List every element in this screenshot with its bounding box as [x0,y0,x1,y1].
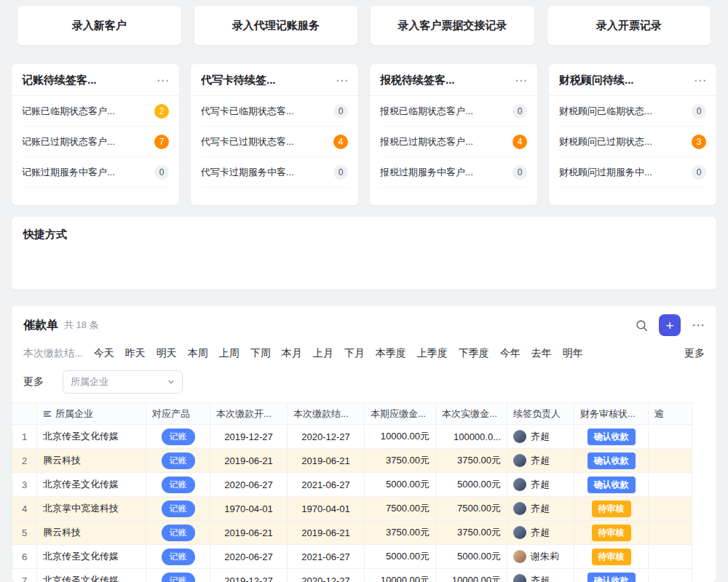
company-cell[interactable]: 北京传圣文化传媒 [37,569,146,582]
stat-item[interactable]: 代写卡过期服务中客... 0 [201,157,348,188]
invoice-handover-button[interactable]: 录入客户票据交接记录 [371,6,534,45]
pay-end-cell[interactable]: 1970-04-01 [288,497,365,521]
overdue-cell[interactable] [649,569,692,582]
product-column-header[interactable]: 对应产品 [146,403,210,425]
more-menu-icon[interactable]: ⋯ [157,74,169,87]
stat-item[interactable]: 报税过期服务中客户... 0 [380,157,527,188]
stat-item[interactable]: 记账已临期状态客户... 2 [22,96,169,127]
overdue-cell[interactable] [649,473,692,497]
pay-end-cell[interactable]: 2021-06-27 [288,545,365,569]
overdue-cell[interactable] [649,521,692,545]
enterprise-select[interactable]: 所属企业 [63,370,183,394]
amount-paid-cell[interactable]: 3750.00元 [436,521,507,545]
row-number[interactable]: 1 [12,425,37,449]
product-cell[interactable]: 记账 [146,569,210,582]
audit-status-cell[interactable]: 待审核 [574,521,649,545]
owner-cell[interactable]: 齐超 [507,473,574,497]
owner-cell[interactable]: 齐超 [507,449,574,473]
amount-paid-cell[interactable]: 100000.0... [436,425,507,449]
filter-last-quarter[interactable]: 上季度 [417,347,448,360]
amount-due-cell[interactable]: 10000.00元 [365,425,436,449]
pay-start-cell[interactable]: 2019-06-21 [210,449,288,473]
amount-paid-cell[interactable]: 3750.00元 [436,449,507,473]
filter-last-year[interactable]: 去年 [531,347,552,360]
filter-next-quarter[interactable]: 下季度 [459,347,489,360]
pay-end-cell[interactable]: 2020-12-27 [288,569,365,582]
pay-end-cell[interactable]: 2021-06-27 [288,473,365,497]
row-number[interactable]: 2 [12,449,37,473]
filter-last-month[interactable]: 上月 [313,347,333,360]
filter-this-quarter[interactable]: 本季度 [376,347,406,360]
amount-paid-cell[interactable]: 5000.00元 [436,473,507,497]
audit-status-cell[interactable]: 确认收款 [574,473,649,497]
product-cell[interactable]: 记账 [146,449,210,473]
overdue-column-header[interactable]: 逾 [649,403,692,425]
filter-last-week[interactable]: 上周 [219,347,240,360]
pay-start-cell[interactable]: 2019-06-21 [210,521,288,545]
amount-due-column-header[interactable]: 本期应缴金... [365,403,436,425]
amount-due-cell[interactable]: 10000.00元 [365,569,436,582]
owner-cell[interactable]: 齐超 [507,497,574,521]
company-column-header[interactable]: 所属企业 [37,403,146,425]
pay-end-cell[interactable]: 2019-06-21 [288,449,365,473]
owner-column-header[interactable]: 续签负责人 [507,403,574,425]
product-cell[interactable]: 记账 [146,545,210,569]
row-number[interactable]: 3 [12,473,37,497]
owner-cell[interactable]: 齐超 [507,569,574,582]
company-cell[interactable]: 北京掌中宽途科技 [37,497,146,521]
pay-end-cell[interactable]: 2019-06-21 [288,521,365,545]
filter-tomorrow[interactable]: 明天 [157,347,177,360]
stat-item[interactable]: 报税已临期状态客户... 0 [380,96,527,127]
audit-status-column-header[interactable]: 财务审核状... [574,403,649,425]
owner-cell[interactable]: 谢朱莉 [507,545,574,569]
more-link[interactable]: 更多 [23,375,44,388]
audit-status-cell[interactable]: 待审核 [574,545,649,569]
row-number[interactable]: 6 [12,545,37,569]
more-menu-icon[interactable]: ⋯ [515,74,527,87]
product-cell[interactable]: 记账 [146,497,210,521]
company-cell[interactable]: 腾云科技 [37,521,146,545]
filter-today[interactable]: 今天 [94,347,114,360]
audit-status-cell[interactable]: 确认收款 [574,425,649,449]
new-customer-button[interactable]: 录入新客户 [17,6,181,45]
overdue-cell[interactable] [649,497,692,521]
add-record-button[interactable]: + [659,314,681,336]
invoicing-record-button[interactable]: 录入开票记录 [547,6,711,45]
row-number[interactable]: 4 [12,497,37,521]
pay-start-cell[interactable]: 2019-12-27 [210,569,288,582]
company-cell[interactable]: 北京传圣文化传媒 [37,425,146,449]
amount-due-cell[interactable]: 7500.00元 [365,497,436,521]
stat-item[interactable]: 财税顾问已过期状态... 3 [559,127,706,157]
amount-paid-cell[interactable]: 5000.00元 [436,545,507,569]
filter-this-year[interactable]: 今年 [500,347,521,360]
more-menu-icon[interactable]: ⋯ [336,74,348,87]
pay-start-cell[interactable]: 2019-12-27 [210,425,288,449]
amount-due-cell[interactable]: 3750.00元 [365,449,436,473]
more-menu-icon[interactable]: ⋯ [694,74,706,87]
audit-status-cell[interactable]: 确认收款 [574,449,649,473]
filter-this-week[interactable]: 本周 [188,347,208,360]
audit-status-cell[interactable]: 待审核 [574,497,649,521]
amount-due-cell[interactable]: 3750.00元 [365,521,436,545]
company-cell[interactable]: 腾云科技 [37,449,146,473]
audit-status-cell[interactable]: 确认收款 [574,569,649,582]
overdue-cell[interactable] [649,425,692,449]
owner-cell[interactable]: 齐超 [507,521,574,545]
bookkeeping-service-button[interactable]: 录入代理记账服务 [194,6,358,45]
overdue-cell[interactable] [649,545,692,569]
stat-item[interactable]: 记账已过期状态客户... 7 [22,127,169,157]
filter-next-week[interactable]: 下周 [250,347,271,360]
company-cell[interactable]: 北京传圣文化传媒 [37,473,146,497]
pay-end-column-header[interactable]: 本次缴款结... [288,403,365,425]
more-filters-link[interactable]: 更多 [684,347,705,360]
pay-start-cell[interactable]: 1970-04-01 [210,497,288,521]
row-number[interactable]: 7 [12,569,37,582]
pay-start-column-header[interactable]: 本次缴款开... [210,403,288,425]
filter-next-year[interactable]: 明年 [563,347,583,360]
company-cell[interactable]: 北京传圣文化传媒 [37,545,146,569]
row-number[interactable]: 5 [12,521,37,545]
more-menu-icon[interactable]: ⋯ [692,319,705,332]
stat-item[interactable]: 代写卡已过期状态客... 4 [201,127,348,157]
product-cell[interactable]: 记账 [146,425,210,449]
filter-this-month[interactable]: 本月 [282,347,302,360]
